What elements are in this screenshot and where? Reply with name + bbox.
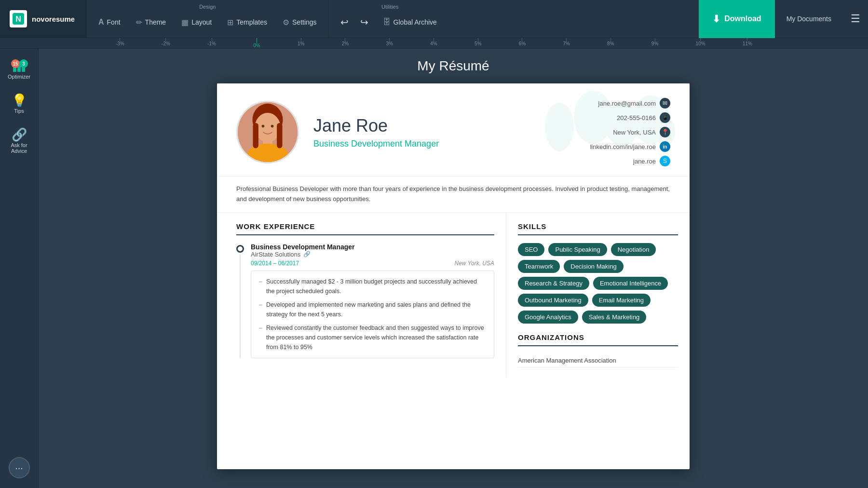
skill-tag-public-speaking[interactable]: Public Speaking: [548, 243, 607, 256]
resume-right-column: SKILLS SEO Public Speaking Negotiation T…: [506, 213, 690, 377]
ruler-mark: 4%: [430, 38, 437, 48]
ruler: -3% -2% -1% 0% 1% 2% 3% 4% 5% 6% 7% 8% 9…: [0, 38, 868, 49]
chat-icon: ···: [15, 462, 23, 474]
theme-icon: ✏: [136, 18, 142, 27]
nav-theme-label: Theme: [145, 18, 166, 26]
skill-tag-sales-marketing[interactable]: Sales & Marketing: [582, 311, 647, 324]
download-button[interactable]: ⬇ Download: [699, 0, 774, 38]
avatar: [236, 101, 299, 163]
work-bullet: – Reviewed constantly the customer feedb…: [259, 323, 486, 352]
ruler-mark: 11%: [743, 38, 752, 48]
logo-icon: N: [10, 10, 27, 27]
work-bullets: – Successfully managed $2 - 3 million bu…: [251, 271, 494, 358]
bullet-text: Reviewed constantly the customer feedbac…: [266, 323, 486, 352]
location-icon: 📍: [660, 127, 670, 137]
skill-tag-decision-making[interactable]: Decision Making: [564, 260, 623, 273]
contact-phone: 202-555-0166 📱: [590, 112, 670, 123]
nav-layout-label: Layout: [191, 18, 212, 26]
skill-tag-teamwork[interactable]: Teamwork: [518, 260, 560, 273]
layout-icon: ▦: [181, 18, 189, 27]
ruler-mark: 2%: [342, 38, 349, 48]
resume-header: Jane Roe Business Development Manager ja…: [217, 83, 690, 176]
optimizer-label: Optimizer: [8, 74, 30, 80]
skill-tag-google-analytics[interactable]: Google Analytics: [518, 311, 578, 324]
work-dates: 09/2014 – 06/2017 New York, USA: [251, 260, 494, 267]
sidebar-item-optimizer[interactable]: 15 3 Optimizer: [3, 56, 36, 84]
top-nav: N novoresume Design A Font ✏ Theme ▦ Lay…: [0, 0, 868, 38]
ruler-mark: 0%: [253, 38, 260, 48]
ruler-mark: 5%: [475, 38, 481, 48]
skype-text: jane.roe: [633, 158, 656, 165]
contact-linkedin: linkedin.com/in/jane.roe in: [590, 141, 670, 152]
page-title: My Résumé: [417, 58, 489, 74]
resume-body: WORK EXPERIENCE Business Development Man…: [217, 213, 690, 377]
phone-icon: 📱: [660, 112, 670, 123]
redo-button[interactable]: ↪: [356, 14, 372, 31]
badge-teal: 3: [19, 59, 28, 68]
nav-templates[interactable]: ⊞ Templates: [220, 15, 274, 30]
work-job-title: Business Development Manager: [251, 243, 494, 251]
skills-tags: SEO Public Speaking Negotiation Teamwork…: [518, 243, 678, 324]
settings-icon: ⚙: [283, 18, 289, 27]
skill-tag-email-marketing[interactable]: Email Marketing: [592, 294, 651, 307]
skill-tag-research-strategy[interactable]: Research & Strategy: [518, 277, 589, 290]
name-area: Jane Roe Business Development Manager: [313, 116, 590, 149]
nav-font-label: Font: [107, 18, 121, 26]
work-bullet: – Successfully managed $2 - 3 million bu…: [259, 277, 486, 296]
design-section: Design A Font ✏ Theme ▦ Layout ⊞ Templat…: [87, 0, 328, 38]
svg-point-9: [255, 113, 280, 142]
organizations-title: ORGANIZATIONS: [518, 333, 678, 346]
tips-label: Tips: [14, 108, 24, 114]
ruler-mark: 8%: [607, 38, 614, 48]
nav-theme[interactable]: ✏ Theme: [129, 15, 173, 30]
work-date-range: 09/2014 – 06/2017: [251, 260, 299, 267]
resume-name: Jane Roe: [313, 116, 590, 136]
sidebar-item-tips[interactable]: 💡 Tips: [3, 88, 36, 119]
company-link-icon[interactable]: 🔗: [303, 251, 311, 258]
badge-orange: 15: [11, 59, 20, 68]
undo-button[interactable]: ↩: [337, 14, 353, 31]
nav-global-archive-label: Global Archive: [393, 18, 437, 26]
contact-area: jane.roe@gmail.com ✉ 202-555-0166 📱 New …: [590, 98, 670, 166]
skill-tag-emotional-intelligence[interactable]: Emotional Intelligence: [593, 277, 668, 290]
advice-icon: 🔗: [12, 127, 27, 142]
organizations-section: ORGANIZATIONS American Management Associ…: [518, 333, 678, 367]
skill-tag-seo[interactable]: SEO: [518, 243, 544, 256]
main-area: 15 3 Optimizer 💡 Tips 🔗 Ask for Advice ·…: [0, 49, 868, 488]
ruler-mark: -1%: [207, 38, 216, 48]
advice-label: Ask for: [11, 142, 27, 148]
ruler-mark: 7%: [563, 38, 570, 48]
ruler-mark: 3%: [386, 38, 393, 48]
skill-tag-outbound-marketing[interactable]: Outbound Marketing: [518, 294, 588, 307]
logo-area[interactable]: N novoresume: [0, 0, 87, 38]
nav-font[interactable]: A Font: [92, 15, 127, 29]
nav-settings[interactable]: ⚙ Settings: [276, 15, 324, 30]
linkedin-text: linkedin.com/in/jane.roe: [590, 143, 656, 150]
contact-email: jane.roe@gmail.com ✉: [590, 98, 670, 108]
contact-skype: jane.roe S: [590, 156, 670, 166]
location-text: New York, USA: [613, 129, 656, 136]
sidebar-item-advice[interactable]: 🔗 Ask for Advice: [3, 122, 36, 159]
org-item: American Management Association: [518, 354, 678, 367]
resume-paper: Jane Roe Business Development Manager ja…: [217, 83, 690, 469]
hamburger-menu-button[interactable]: ☰: [843, 13, 868, 25]
my-documents-button[interactable]: My Documents: [775, 15, 843, 23]
svg-point-14: [262, 125, 265, 128]
chat-bubble-button[interactable]: ···: [9, 457, 30, 478]
timeline-line: [240, 255, 241, 358]
tips-icon: 💡: [12, 93, 27, 108]
design-label: Design: [199, 4, 216, 10]
svg-point-15: [271, 125, 274, 128]
advice-label-2: Advice: [11, 148, 27, 154]
nav-layout[interactable]: ▦ Layout: [175, 15, 218, 30]
work-experience-title: WORK EXPERIENCE: [236, 222, 494, 235]
svg-text:N: N: [15, 15, 21, 23]
utilities-label: Utilities: [381, 4, 398, 10]
bullet-text: Developed and implemented new marketing …: [266, 300, 486, 319]
skills-title: SKILLS: [518, 222, 678, 235]
nav-global-archive[interactable]: 🗄 Global Archive: [376, 15, 444, 29]
logo-text: novoresume: [32, 15, 75, 23]
templates-icon: ⊞: [227, 18, 233, 27]
utilities-section: Utilities ↩ ↪ 🗄 Global Archive: [328, 0, 451, 38]
skill-tag-negotiation[interactable]: Negotiation: [611, 243, 656, 256]
